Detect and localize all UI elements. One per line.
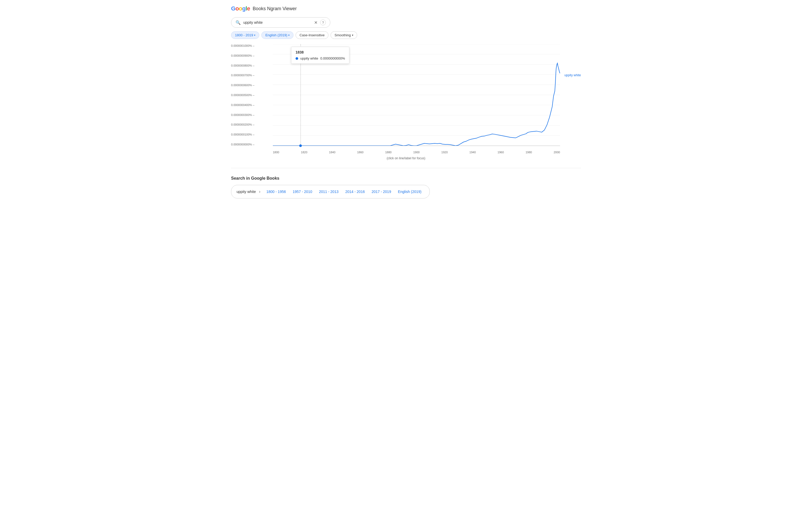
data-point-marker: [299, 144, 302, 147]
tooltip-label: uppity white: [300, 56, 318, 60]
y-axis-labels: 0.0000001000% – 0.0000000900% – 0.000000…: [231, 44, 256, 146]
chart-tooltip: 1838 uppity white 0.0000000000%: [291, 47, 349, 64]
smoothing-filter[interactable]: Smoothing ▾: [330, 31, 357, 39]
search-input[interactable]: [243, 20, 312, 25]
date-range-dropdown-arrow: ▾: [254, 34, 255, 36]
gb-link-2014-2016[interactable]: 2014 - 2016: [342, 188, 368, 195]
search-box: 🔍 ✕ ?: [231, 17, 330, 28]
google-logo: Google: [231, 5, 250, 12]
gb-link-1800-1956[interactable]: 1800 - 1956: [263, 188, 289, 195]
help-icon[interactable]: ?: [320, 20, 326, 25]
date-range-filter[interactable]: 1800 - 2019 ▾: [231, 31, 259, 39]
tooltip-dot: [295, 57, 298, 60]
language-filter[interactable]: English (2019) ▾: [261, 31, 293, 39]
language-dropdown-arrow: ▾: [288, 34, 290, 36]
chart-area: 0.0000001000% – 0.0000000900% – 0.000000…: [231, 44, 581, 160]
tooltip-year: 1838: [295, 50, 345, 54]
tooltip-row: uppity white 0.0000000000%: [295, 56, 345, 60]
line-label[interactable]: uppity white: [564, 74, 581, 77]
tooltip-value: 0.0000000000%: [320, 56, 345, 60]
gb-link-2011-2013[interactable]: 2011 - 2013: [316, 188, 342, 195]
filter-row: 1800 - 2019 ▾ English (2019) ▾ Case-Inse…: [231, 31, 581, 39]
clear-icon[interactable]: ✕: [314, 20, 318, 25]
gb-link-2017-2019[interactable]: 2017 - 2019: [369, 188, 394, 195]
search-row: 🔍 ✕ ?: [231, 17, 581, 28]
app-title: Books Ngram Viewer: [253, 6, 297, 11]
google-books-links-row: uppity white › 1800 - 1956 1957 - 2010 2…: [231, 185, 430, 198]
gb-arrow: ›: [259, 189, 262, 194]
case-sensitivity-filter[interactable]: Case-Insensitive: [295, 31, 328, 39]
google-books-section: Search in Google Books uppity white › 18…: [231, 168, 581, 198]
chart-container[interactable]: 0.0000001000% – 0.0000000900% – 0.000000…: [231, 44, 581, 156]
gb-query: uppity white: [236, 190, 258, 194]
x-axis-labels: 1800 1820 1840 1860 1880 1900 1920 1940 …: [273, 151, 560, 154]
google-books-title: Search in Google Books: [231, 176, 581, 181]
smoothing-dropdown-arrow: ▾: [352, 34, 353, 36]
click-hint: (click on line/label for focus): [231, 156, 581, 160]
header: Google Books Ngram Viewer: [231, 5, 581, 12]
search-icon: 🔍: [235, 20, 241, 25]
gb-link-english-2019[interactable]: English (2019): [395, 188, 424, 195]
ngram-line[interactable]: [273, 63, 560, 146]
chart-plot[interactable]: 1838 uppity white 0.0000000000% uppity w…: [273, 44, 560, 146]
gb-link-1957-2010[interactable]: 1957 - 2010: [290, 188, 315, 195]
